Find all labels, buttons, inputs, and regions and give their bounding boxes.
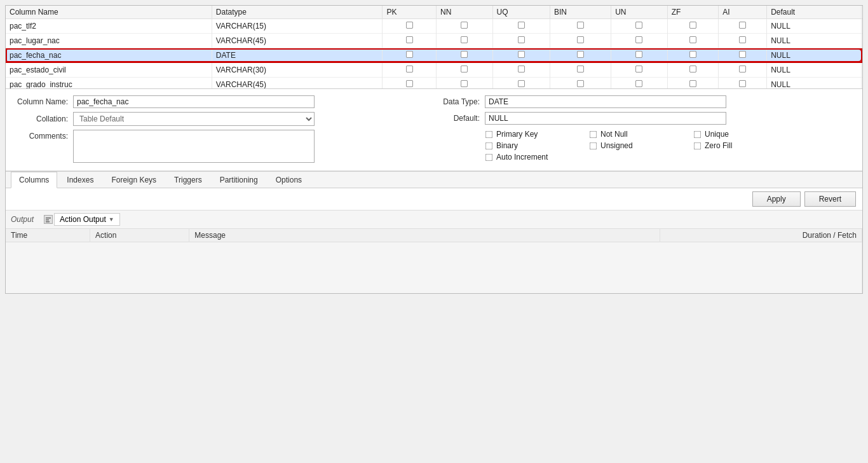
nn-checkbox-row[interactable] bbox=[461, 51, 468, 58]
col-header-uq: UQ bbox=[492, 6, 550, 19]
svg-rect-2 bbox=[46, 221, 50, 223]
cell-default: NULL bbox=[767, 19, 862, 34]
nn-checkbox-row[interactable] bbox=[461, 80, 468, 87]
uq-checkbox-row[interactable] bbox=[518, 66, 525, 73]
binary-checkbox[interactable] bbox=[485, 142, 493, 149]
comments-label: Comments: bbox=[16, 130, 73, 141]
table-row[interactable]: pac_grado_instrucVARCHAR(45)NULL bbox=[6, 78, 862, 89]
bin-checkbox-row[interactable] bbox=[577, 51, 584, 58]
apply-button[interactable]: Apply bbox=[752, 191, 801, 207]
action-output-icon bbox=[45, 216, 51, 223]
zero-fill-checkbox[interactable] bbox=[694, 142, 702, 149]
cell-nn bbox=[437, 34, 492, 48]
uq-checkbox-row[interactable] bbox=[518, 51, 525, 58]
tab-options[interactable]: Options bbox=[268, 172, 310, 188]
nn-checkbox-row[interactable] bbox=[461, 36, 468, 43]
collation-select[interactable]: Table Default bbox=[73, 112, 315, 126]
binary-checkbox-label[interactable]: Binary bbox=[485, 141, 587, 150]
table-row[interactable]: pac_estado_civilVARCHAR(30)NULL bbox=[6, 63, 862, 78]
zf-checkbox-row[interactable] bbox=[689, 66, 696, 73]
nn-checkbox-row[interactable] bbox=[461, 22, 468, 29]
comments-textarea[interactable] bbox=[73, 130, 315, 163]
cell-un bbox=[611, 63, 667, 78]
cell-datatype: VARCHAR(45) bbox=[212, 34, 383, 48]
ai-checkbox-row[interactable] bbox=[739, 36, 746, 43]
action-output-dropdown[interactable]: Action Output ▼ bbox=[54, 213, 120, 226]
not-null-checkbox[interactable] bbox=[590, 130, 597, 138]
cell-bin bbox=[550, 78, 611, 89]
zf-checkbox-row[interactable] bbox=[689, 51, 696, 58]
un-checkbox-row[interactable] bbox=[635, 51, 642, 58]
tab-foreign-keys[interactable]: Foreign Keys bbox=[103, 172, 165, 188]
cell-zf bbox=[667, 19, 719, 34]
cell-default: NULL bbox=[767, 34, 862, 48]
col-header-nn: NN bbox=[437, 6, 492, 19]
data-type-label: Data Type: bbox=[434, 97, 485, 106]
uq-checkbox-row[interactable] bbox=[518, 80, 525, 87]
cell-column-name: pac_tlf2 bbox=[6, 19, 212, 34]
un-checkbox-row[interactable] bbox=[635, 22, 642, 29]
cell-column-name: pac_lugar_nac bbox=[6, 34, 212, 48]
zf-checkbox-row[interactable] bbox=[689, 22, 696, 29]
un-checkbox-row[interactable] bbox=[635, 66, 642, 73]
column-name-input[interactable] bbox=[73, 95, 315, 108]
auto-increment-checkbox-label[interactable]: Auto Increment bbox=[485, 153, 587, 162]
table-row[interactable]: pac_tlf2VARCHAR(15)NULL bbox=[6, 19, 862, 34]
cell-un bbox=[611, 19, 667, 34]
pk-checkbox-row[interactable] bbox=[406, 22, 413, 29]
unsigned-checkbox[interactable] bbox=[590, 142, 597, 149]
cell-pk bbox=[383, 19, 437, 34]
un-checkbox-row[interactable] bbox=[635, 80, 642, 87]
bin-checkbox-row[interactable] bbox=[577, 22, 584, 29]
uq-checkbox-row[interactable] bbox=[518, 36, 525, 43]
tab-partitioning[interactable]: Partitioning bbox=[212, 172, 266, 188]
cell-column-name: pac_grado_instruc bbox=[6, 78, 212, 89]
pk-checkbox-row[interactable] bbox=[406, 66, 413, 73]
zero-fill-checkbox-label[interactable]: Zero Fill bbox=[693, 141, 795, 150]
unique-checkbox[interactable] bbox=[694, 130, 702, 138]
bin-checkbox-row[interactable] bbox=[577, 36, 584, 43]
cell-uq bbox=[492, 48, 550, 63]
cell-ai bbox=[719, 34, 767, 48]
pk-checkbox-row[interactable] bbox=[406, 36, 413, 43]
zf-checkbox-row[interactable] bbox=[689, 80, 696, 87]
pk-checkbox-row[interactable] bbox=[406, 80, 413, 87]
table-row[interactable]: pac_fecha_nacDATENULL bbox=[6, 48, 862, 63]
cell-default: NULL bbox=[767, 63, 862, 78]
pk-checkbox-row[interactable] bbox=[406, 51, 413, 58]
ai-checkbox-row[interactable] bbox=[739, 80, 746, 87]
bin-checkbox-row[interactable] bbox=[577, 66, 584, 73]
revert-button[interactable]: Revert bbox=[804, 191, 856, 207]
cell-uq bbox=[492, 78, 550, 89]
cell-un bbox=[611, 34, 667, 48]
ai-checkbox-row[interactable] bbox=[739, 66, 746, 73]
col-header-zf: ZF bbox=[667, 6, 719, 19]
primary-key-checkbox[interactable] bbox=[485, 130, 493, 138]
nn-checkbox-row[interactable] bbox=[461, 66, 468, 73]
tab-triggers[interactable]: Triggers bbox=[166, 172, 210, 188]
auto-increment-checkbox[interactable] bbox=[485, 153, 493, 161]
not-null-label: Not Null bbox=[600, 130, 628, 139]
unsigned-checkbox-label[interactable]: Unsigned bbox=[589, 141, 691, 150]
output-col-action: Action bbox=[90, 229, 189, 242]
col-header-name: Column Name bbox=[6, 6, 212, 19]
ai-checkbox-row[interactable] bbox=[739, 22, 746, 29]
cell-datatype: VARCHAR(15) bbox=[212, 19, 383, 34]
zf-checkbox-row[interactable] bbox=[689, 36, 696, 43]
unique-checkbox-label[interactable]: Unique bbox=[693, 130, 795, 139]
cell-pk bbox=[383, 48, 437, 63]
data-type-input[interactable] bbox=[485, 95, 726, 108]
cell-ai bbox=[719, 48, 767, 63]
bin-checkbox-row[interactable] bbox=[577, 80, 584, 87]
cell-bin bbox=[550, 34, 611, 48]
un-checkbox-row[interactable] bbox=[635, 36, 642, 43]
uq-checkbox-row[interactable] bbox=[518, 22, 525, 29]
cell-pk bbox=[383, 78, 437, 89]
tab-indexes[interactable]: Indexes bbox=[58, 172, 102, 188]
not-null-checkbox-label[interactable]: Not Null bbox=[589, 130, 691, 139]
tab-columns[interactable]: Columns bbox=[11, 172, 57, 188]
ai-checkbox-row[interactable] bbox=[739, 51, 746, 58]
default-input[interactable] bbox=[485, 112, 726, 125]
primary-key-checkbox-label[interactable]: Primary Key bbox=[485, 130, 587, 139]
table-row[interactable]: pac_lugar_nacVARCHAR(45)NULL bbox=[6, 34, 862, 48]
